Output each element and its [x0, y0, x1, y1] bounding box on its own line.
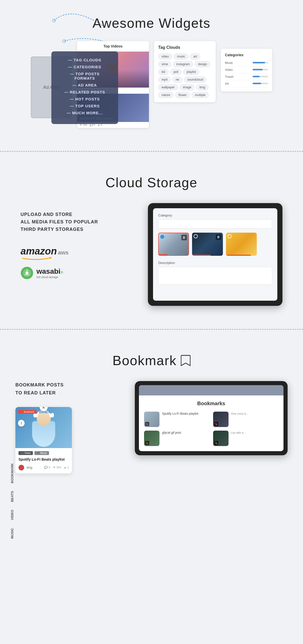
section2-title: Cloud Storage	[21, 175, 282, 190]
svg-point-3	[25, 271, 29, 274]
aws-wordmark: aws	[58, 249, 69, 256]
tag-soundcloud[interactable]: soundcloud	[184, 77, 206, 83]
description-textarea[interactable]	[158, 267, 272, 285]
tag-mp4[interactable]: mp4	[158, 77, 171, 83]
thumb-select-dot-3	[228, 234, 232, 238]
menu-item-8: MUCH MORE...	[59, 111, 110, 115]
badge-music: 🎵 Music	[34, 451, 49, 455]
thumb-select-dot-1	[160, 235, 164, 239]
svg-marker-0	[50, 257, 52, 259]
amazon-arrow-svg	[22, 255, 52, 260]
post-title: Spotify Lo-Fi Beats playlist	[18, 457, 69, 462]
cat-bar-travel	[253, 76, 268, 77]
bookmarks-grid: 🔖 Spotify Lo-Fi Beats playlist 🔖	[144, 412, 278, 446]
bookmark-posts-text: BOOKMARK POSTSTO READ LATER	[15, 381, 125, 397]
tag-image[interactable]: image	[179, 84, 195, 90]
tag-wallpaper[interactable]: wallpaper	[158, 84, 178, 90]
tag-ne[interactable]: ne	[172, 77, 182, 83]
tag-design[interactable]: design	[195, 61, 210, 67]
thumb-delete-1[interactable]: 🗑	[181, 235, 187, 240]
cat-bar-art	[253, 83, 268, 84]
tags-container: video music art vime instagram design li…	[158, 53, 212, 98]
bookmark-item-4[interactable]: 🔖 List with e...	[213, 431, 279, 446]
cat-bar-video	[253, 69, 268, 70]
tag-king[interactable]: king	[196, 84, 209, 90]
upload-thumbs: 🗑 🗑	[158, 233, 272, 256]
bookmark-thumb-icon-3: 🔖	[145, 441, 149, 445]
post-badges: 📹 Video 🎵 Music	[18, 451, 69, 455]
category-row-travel: Travel	[225, 73, 268, 80]
tag-video[interactable]: video	[158, 53, 172, 60]
bookmark-right: Bookmarks 🔖 Spotify Lo-Fi Beats playlist	[135, 381, 288, 455]
bookmark-item-text-2: One more b...	[231, 412, 248, 416]
tag-clouds-widget: Tag Clouds video music art vime instagra…	[154, 41, 216, 102]
bookmark-title-text: Bookmark	[112, 353, 177, 368]
label-beats: Beats	[10, 491, 14, 502]
badge-video: 📹 Video	[18, 451, 33, 455]
tag-flower[interactable]: flower	[175, 92, 190, 98]
cloud-logos: amazon aws	[21, 246, 132, 279]
tag-multiple[interactable]: multiple	[192, 92, 209, 98]
tag-music[interactable]: music	[174, 53, 188, 60]
stat-comments: 💬 0	[44, 466, 50, 469]
category-row-music: Music	[225, 60, 268, 67]
cloud-left: UPLOAD AND STOREALL MEDIA FILES TO POPUL…	[21, 203, 132, 279]
upload-thumb-3[interactable]	[226, 233, 257, 256]
thumb-delete-2[interactable]: 🗑	[216, 234, 221, 240]
categories-widget: Categories Music Video Travel Art	[221, 49, 272, 91]
sidebar-labels: Bookmark Beats Video Music	[10, 463, 14, 538]
bookmark-item-1[interactable]: 🔖 Spotify Lo-Fi Beats playlist	[144, 412, 210, 427]
upload-text: UPLOAD AND STOREALL MEDIA FILES TO POPUL…	[21, 211, 132, 233]
bookmark-item-3[interactable]: 🔖 gfycat gif post	[144, 431, 210, 446]
share-btn[interactable]: ⟨	[18, 420, 25, 427]
post-card: ∧ 🔖 Bookmark Beats ⟨	[15, 407, 72, 473]
overlay-menu: TAG CLOUDS CATEGORIES TOP POSTS FORMATS …	[51, 51, 118, 124]
bookmark-icon	[181, 355, 191, 366]
section-bookmark: Bookmark BOOKMARK POSTSTO READ LATER ∧	[0, 343, 303, 489]
menu-item-4: AD AREA	[59, 83, 110, 87]
bookmark-item-2[interactable]: 🔖 One more b...	[213, 412, 279, 427]
menu-item-5: RELATED POSTS	[59, 90, 110, 94]
bookmark-section-title: Bookmark	[15, 353, 288, 368]
thumb-progress-2	[192, 255, 223, 256]
stat-views: 👁 304	[53, 466, 61, 469]
bookmark-thumb-1: 🔖	[144, 412, 159, 427]
tag-art[interactable]: art	[190, 53, 200, 60]
cat-label-travel: Travel	[225, 75, 233, 79]
bookmark-thumb-4: 🔖	[213, 431, 229, 446]
menu-item-3: TOP POSTS FORMATS	[59, 72, 110, 80]
categories-title: Categories	[225, 53, 268, 57]
cat-label-music: Music	[225, 61, 233, 65]
bookmark-item-text-3: gfycat gif post	[162, 431, 181, 435]
bookmarks-title: Bookmarks	[144, 401, 278, 406]
upload-thumb-1[interactable]: 🗑	[158, 233, 189, 256]
tag-instagram[interactable]: instagram	[173, 61, 193, 67]
wasabi-text-group: wasabi® hot cloud storage	[36, 267, 63, 279]
section-cloud: Cloud Storage UPLOAD AND STOREALL MEDIA …	[0, 165, 303, 316]
thumb-select-dot-2	[194, 234, 198, 238]
label-music: Music	[10, 528, 14, 539]
widgets-demo-container: Ad Area Top Videos Rolling eyes 👁 210 💬 …	[10, 41, 293, 128]
tag-vime[interactable]: vime	[158, 61, 171, 67]
cat-bar-music	[253, 62, 268, 63]
bookmark-item-title-3: gfycat gif post	[162, 431, 181, 434]
upload-thumb-2[interactable]: 🗑	[192, 233, 223, 256]
post-stats: 💬 0 👁 304 ▲ 1	[44, 466, 69, 469]
wasabi-logo: wasabi® hot cloud storage	[21, 267, 132, 279]
tag-list[interactable]: list	[158, 69, 169, 75]
post-avatar	[18, 465, 24, 470]
divider-2	[0, 329, 303, 330]
bookmarks-screen: Bookmarks 🔖 Spotify Lo-Fi Beats playlist	[139, 385, 283, 451]
wasabi-icon-svg	[21, 267, 33, 279]
cat-label-video: Video	[225, 68, 233, 72]
wasabi-name: wasabi®	[36, 267, 63, 276]
wasabi-sub: hot cloud storage	[36, 276, 63, 279]
label-bookmark: Bookmark	[10, 463, 14, 483]
aws-text-group: amazon aws	[21, 246, 69, 261]
bookmark-label: Bookmark	[24, 411, 34, 413]
tag-playlist[interactable]: playlist	[183, 69, 199, 75]
category-input[interactable]	[158, 219, 272, 229]
category-label: Category:	[158, 213, 272, 217]
tag-nature[interactable]: nature	[158, 92, 174, 98]
tag-poll[interactable]: poll	[170, 69, 182, 75]
